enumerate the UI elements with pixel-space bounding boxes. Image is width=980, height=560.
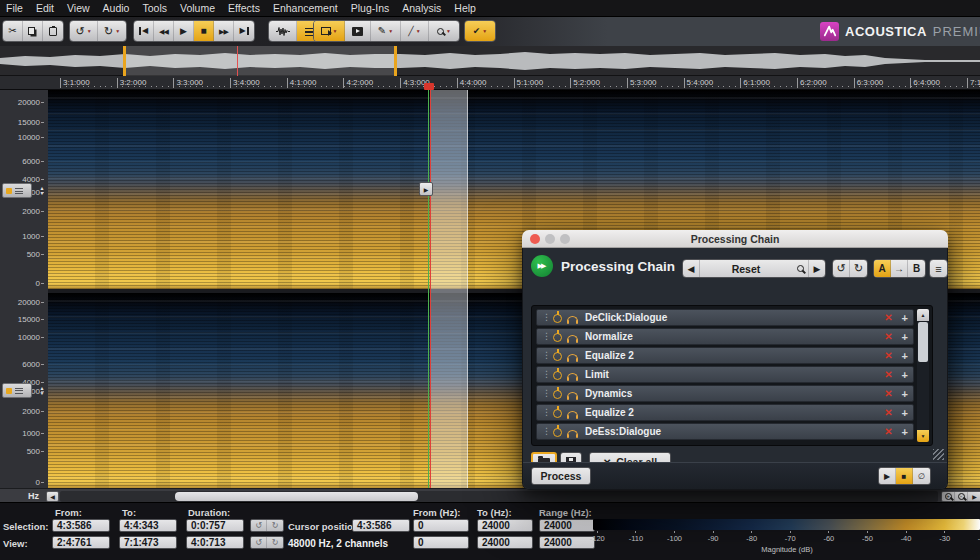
paste-button[interactable]: [43, 21, 63, 41]
undo-button[interactable]: ↺▼: [70, 21, 98, 41]
chain-item[interactable]: ⋮ Dynamics ✕ +: [536, 385, 914, 402]
view-to-field[interactable]: 7:1:473: [119, 536, 177, 549]
drag-handle-icon[interactable]: ⋮: [542, 389, 551, 398]
add-item-icon[interactable]: +: [902, 407, 908, 419]
preview-stop-button[interactable]: ■: [896, 468, 913, 484]
brush-tool-button[interactable]: ✎▼: [371, 21, 401, 41]
drag-handle-icon[interactable]: ⋮: [542, 427, 551, 436]
skip-start-button[interactable]: ◀: [134, 21, 154, 41]
play-button[interactable]: ▶: [174, 21, 194, 41]
ab-a-button[interactable]: A: [874, 260, 891, 277]
stop-button[interactable]: ■: [194, 21, 214, 41]
skip-end-button[interactable]: ▶: [234, 21, 254, 41]
timeline-ruler[interactable]: 3:1:0003:2:0003:3:0003:4:0004:1:0004:2:0…: [0, 76, 980, 90]
menu-item[interactable]: Tools: [142, 2, 167, 14]
drag-handle-icon[interactable]: ⋮: [542, 408, 551, 417]
retouch-button[interactable]: ✔▼: [465, 21, 495, 41]
add-item-icon[interactable]: +: [902, 312, 908, 324]
power-toggle-icon[interactable]: [553, 333, 562, 342]
dropdown-caret-icon[interactable]: ▼: [87, 28, 92, 34]
drag-handle-icon[interactable]: ⋮: [542, 370, 551, 379]
dropdown-caret-icon[interactable]: ▼: [115, 28, 120, 34]
preset-search-button[interactable]: [792, 260, 808, 277]
from-hz-field-2[interactable]: 0: [413, 536, 469, 549]
headphones-icon[interactable]: [567, 392, 578, 399]
scroll-left-button[interactable]: ◀: [46, 491, 59, 502]
channel-2-stepper[interactable]: ▲▼: [37, 383, 47, 399]
select-tool-button[interactable]: ▼: [314, 21, 345, 41]
remove-item-icon[interactable]: ✕: [884, 350, 892, 361]
down-arrow-icon[interactable]: ▼: [40, 391, 45, 396]
channel-2-control[interactable]: [2, 383, 32, 398]
add-item-icon[interactable]: +: [902, 369, 908, 381]
selection-undo-button[interactable]: ↺: [251, 520, 267, 531]
menu-item[interactable]: Volume: [180, 2, 215, 14]
add-item-icon[interactable]: +: [902, 331, 908, 343]
resize-grip[interactable]: [933, 449, 944, 460]
selection-duration-field[interactable]: 0:0:757: [186, 519, 244, 532]
remove-item-icon[interactable]: ✕: [884, 388, 892, 399]
view-redo-button[interactable]: ↻: [267, 537, 283, 548]
power-toggle-icon[interactable]: [553, 390, 562, 399]
down-arrow-icon[interactable]: ▼: [40, 191, 45, 196]
dropdown-caret-icon[interactable]: ▼: [388, 28, 393, 34]
scroll-up-button[interactable]: ▲: [917, 309, 929, 321]
add-item-icon[interactable]: +: [902, 350, 908, 362]
selection-jump-button[interactable]: ▶: [419, 182, 433, 196]
overview-region-end-marker[interactable]: [394, 46, 397, 76]
dropdown-caret-icon[interactable]: ▼: [416, 28, 421, 34]
close-window-button[interactable]: [530, 234, 540, 244]
remove-item-icon[interactable]: ✕: [884, 426, 892, 437]
to-hz-field-2[interactable]: 24000: [477, 536, 533, 549]
window-titlebar[interactable]: Processing Chain: [522, 230, 948, 248]
selection-to-field[interactable]: 4:4:343: [119, 519, 177, 532]
remove-item-icon[interactable]: ✕: [884, 331, 892, 342]
redo-button[interactable]: ↻: [850, 260, 867, 277]
add-item-icon[interactable]: +: [902, 426, 908, 438]
power-toggle-icon[interactable]: [553, 352, 562, 361]
dialog-menu-button[interactable]: ≡: [930, 260, 947, 277]
dropdown-caret-icon[interactable]: ▼: [482, 28, 487, 34]
fast-forward-button[interactable]: ▶▶: [214, 21, 234, 41]
power-toggle-icon[interactable]: [553, 314, 562, 323]
headphones-icon[interactable]: [567, 430, 578, 437]
chain-item[interactable]: ⋮ DeClick:Dialogue ✕ +: [536, 309, 914, 326]
menu-item[interactable]: Plug-Ins: [351, 2, 390, 14]
scroll-right-button[interactable]: ▶: [968, 492, 980, 501]
view-duration-field[interactable]: 4:0:713: [186, 536, 244, 549]
preview-bypass-button[interactable]: ∅: [913, 468, 930, 484]
dropdown-caret-icon[interactable]: ▼: [446, 28, 451, 34]
headphones-icon[interactable]: [567, 354, 578, 361]
view-undo-button[interactable]: ↺: [251, 537, 267, 548]
headphones-icon[interactable]: [567, 316, 578, 323]
zoom-in-button[interactable]: +: [942, 492, 955, 501]
scrollbar-thumb[interactable]: [175, 492, 418, 501]
menu-item[interactable]: Analysis: [402, 2, 441, 14]
drag-handle-icon[interactable]: ⋮: [542, 313, 551, 322]
overview-strip[interactable]: [0, 46, 980, 76]
chain-item[interactable]: ⋮ DeEss:Dialogue ✕ +: [536, 423, 914, 440]
menu-item[interactable]: File: [6, 2, 23, 14]
selection-from-field[interactable]: 4:3:586: [52, 519, 110, 532]
power-toggle-icon[interactable]: [553, 409, 562, 418]
headphones-icon[interactable]: [567, 373, 578, 380]
rewind-button[interactable]: ◀◀: [154, 21, 174, 41]
region-tool-button[interactable]: [345, 21, 371, 41]
dropdown-caret-icon[interactable]: ▼: [333, 28, 338, 34]
cut-button[interactable]: ✂: [3, 21, 23, 41]
overview-region-start-marker[interactable]: [123, 46, 126, 76]
menu-item[interactable]: Edit: [36, 2, 54, 14]
chain-item[interactable]: ⋮ Limit ✕ +: [536, 366, 914, 383]
zoom-tool-button[interactable]: ▼: [429, 21, 459, 41]
drag-handle-icon[interactable]: ⋮: [542, 351, 551, 360]
remove-item-icon[interactable]: ✕: [884, 369, 892, 380]
menu-item[interactable]: Enhancement: [273, 2, 338, 14]
wand-tool-button[interactable]: ╱▼: [401, 21, 429, 41]
selection-redo-button[interactable]: ↻: [267, 520, 283, 531]
to-hz-field-1[interactable]: 24000: [477, 519, 533, 532]
headphones-icon[interactable]: [567, 411, 578, 418]
minimize-window-button[interactable]: [545, 234, 555, 244]
playhead-marker[interactable]: [424, 83, 434, 90]
preset-next-button[interactable]: ▶: [808, 260, 825, 277]
from-hz-field-1[interactable]: 0: [413, 519, 469, 532]
